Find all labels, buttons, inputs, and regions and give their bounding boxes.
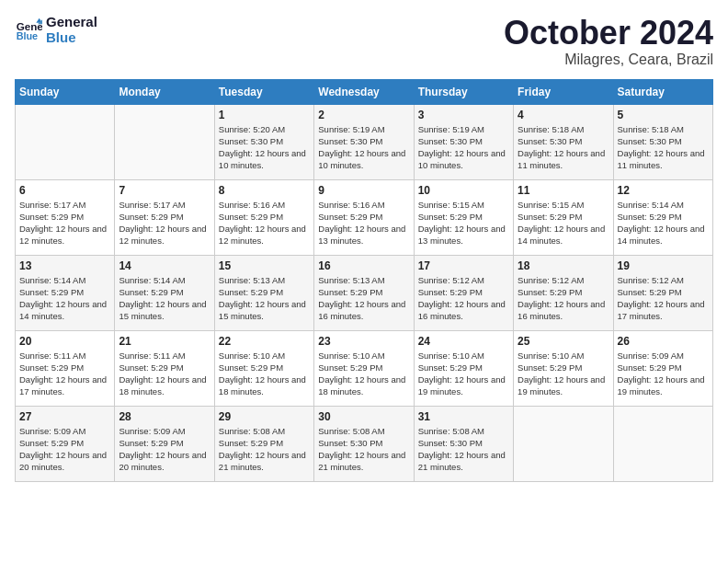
weekday-header: Monday [115, 79, 214, 104]
day-info: Sunrise: 5:17 AMSunset: 5:29 PMDaylight:… [19, 199, 110, 247]
calendar-cell: 2Sunrise: 5:19 AMSunset: 5:30 PMDaylight… [314, 104, 414, 179]
calendar-table: SundayMondayTuesdayWednesdayThursdayFrid… [15, 79, 713, 482]
calendar-cell: 15Sunrise: 5:13 AMSunset: 5:29 PMDayligh… [214, 255, 313, 330]
calendar-week-row: 13Sunrise: 5:14 AMSunset: 5:29 PMDayligh… [16, 255, 713, 330]
calendar-cell: 30Sunrise: 5:08 AMSunset: 5:30 PMDayligh… [314, 406, 414, 481]
calendar-cell: 16Sunrise: 5:13 AMSunset: 5:29 PMDayligh… [314, 255, 414, 330]
logo-text-line2: Blue [46, 30, 97, 46]
calendar-cell: 10Sunrise: 5:15 AMSunset: 5:29 PMDayligh… [414, 179, 513, 255]
calendar-cell: 18Sunrise: 5:12 AMSunset: 5:29 PMDayligh… [514, 255, 613, 330]
day-number: 11 [518, 184, 609, 197]
day-info: Sunrise: 5:18 AMSunset: 5:30 PMDaylight:… [518, 123, 609, 172]
day-number: 30 [318, 410, 409, 423]
calendar-cell [613, 406, 712, 481]
day-info: Sunrise: 5:08 AMSunset: 5:29 PMDaylight:… [219, 425, 310, 474]
day-info: Sunrise: 5:09 AMSunset: 5:29 PMDaylight:… [19, 425, 110, 474]
calendar-cell: 12Sunrise: 5:14 AMSunset: 5:29 PMDayligh… [613, 179, 712, 255]
calendar-cell: 8Sunrise: 5:16 AMSunset: 5:29 PMDaylight… [214, 179, 313, 255]
day-number: 17 [418, 259, 509, 272]
day-number: 12 [618, 184, 709, 197]
day-number: 10 [418, 184, 509, 197]
calendar-cell: 19Sunrise: 5:12 AMSunset: 5:29 PMDayligh… [613, 255, 712, 330]
calendar-cell [16, 104, 115, 179]
day-number: 19 [618, 259, 709, 272]
day-number: 4 [518, 109, 609, 121]
calendar-cell [514, 406, 613, 481]
calendar-cell: 14Sunrise: 5:14 AMSunset: 5:29 PMDayligh… [115, 255, 214, 330]
calendar-cell: 27Sunrise: 5:09 AMSunset: 5:29 PMDayligh… [16, 406, 115, 481]
day-number: 16 [318, 259, 409, 272]
logo-text-line1: General [46, 15, 97, 30]
day-number: 9 [318, 184, 409, 197]
logo: General Blue General Blue [15, 15, 97, 45]
calendar-cell: 21Sunrise: 5:11 AMSunset: 5:29 PMDayligh… [115, 330, 214, 406]
day-info: Sunrise: 5:08 AMSunset: 5:30 PMDaylight:… [418, 425, 509, 474]
day-number: 2 [318, 109, 409, 121]
day-info: Sunrise: 5:18 AMSunset: 5:30 PMDaylight:… [618, 123, 709, 172]
calendar-cell: 24Sunrise: 5:10 AMSunset: 5:29 PMDayligh… [414, 330, 513, 406]
calendar-cell: 31Sunrise: 5:08 AMSunset: 5:30 PMDayligh… [414, 406, 513, 481]
day-info: Sunrise: 5:16 AMSunset: 5:29 PMDaylight:… [318, 199, 409, 247]
month-title: October 2024 [504, 15, 713, 52]
calendar-cell: 9Sunrise: 5:16 AMSunset: 5:29 PMDaylight… [314, 179, 414, 255]
calendar-cell [115, 104, 214, 179]
calendar-cell: 1Sunrise: 5:20 AMSunset: 5:30 PMDaylight… [214, 104, 313, 179]
day-info: Sunrise: 5:14 AMSunset: 5:29 PMDaylight:… [19, 274, 110, 323]
weekday-header: Friday [514, 79, 613, 104]
day-number: 8 [219, 184, 310, 197]
day-number: 18 [518, 259, 609, 272]
day-number: 20 [19, 335, 110, 348]
day-number: 28 [119, 410, 210, 423]
calendar-cell: 28Sunrise: 5:09 AMSunset: 5:29 PMDayligh… [115, 406, 214, 481]
calendar-cell: 17Sunrise: 5:12 AMSunset: 5:29 PMDayligh… [414, 255, 513, 330]
logo-icon: General Blue [15, 17, 42, 44]
day-info: Sunrise: 5:15 AMSunset: 5:29 PMDaylight:… [418, 199, 509, 247]
location: Milagres, Ceara, Brazil [504, 52, 713, 68]
calendar-week-row: 1Sunrise: 5:20 AMSunset: 5:30 PMDaylight… [16, 104, 713, 179]
day-number: 27 [19, 410, 110, 423]
calendar-cell: 5Sunrise: 5:18 AMSunset: 5:30 PMDaylight… [613, 104, 712, 179]
day-number: 5 [618, 109, 709, 121]
weekday-header: Thursday [414, 79, 513, 104]
day-info: Sunrise: 5:10 AMSunset: 5:29 PMDaylight:… [418, 350, 509, 398]
day-info: Sunrise: 5:14 AMSunset: 5:29 PMDaylight:… [618, 199, 709, 247]
day-info: Sunrise: 5:09 AMSunset: 5:29 PMDaylight:… [618, 350, 709, 398]
day-info: Sunrise: 5:19 AMSunset: 5:30 PMDaylight:… [318, 123, 409, 172]
day-info: Sunrise: 5:11 AMSunset: 5:29 PMDaylight:… [119, 350, 210, 398]
calendar-week-row: 27Sunrise: 5:09 AMSunset: 5:29 PMDayligh… [16, 406, 713, 481]
calendar-body: 1Sunrise: 5:20 AMSunset: 5:30 PMDaylight… [16, 104, 713, 481]
day-info: Sunrise: 5:15 AMSunset: 5:29 PMDaylight:… [518, 199, 609, 247]
day-number: 3 [418, 109, 509, 121]
day-info: Sunrise: 5:10 AMSunset: 5:29 PMDaylight:… [219, 350, 310, 398]
day-number: 23 [318, 335, 409, 348]
day-number: 26 [618, 335, 709, 348]
day-number: 25 [518, 335, 609, 348]
day-info: Sunrise: 5:14 AMSunset: 5:29 PMDaylight:… [119, 274, 210, 323]
calendar-cell: 6Sunrise: 5:17 AMSunset: 5:29 PMDaylight… [16, 179, 115, 255]
calendar-cell: 26Sunrise: 5:09 AMSunset: 5:29 PMDayligh… [613, 330, 712, 406]
day-number: 22 [219, 335, 310, 348]
day-info: Sunrise: 5:10 AMSunset: 5:29 PMDaylight:… [318, 350, 409, 398]
day-number: 14 [119, 259, 210, 272]
calendar-cell: 29Sunrise: 5:08 AMSunset: 5:29 PMDayligh… [214, 406, 313, 481]
day-info: Sunrise: 5:11 AMSunset: 5:29 PMDaylight:… [19, 350, 110, 398]
weekday-header: Tuesday [214, 79, 313, 104]
weekday-header: Saturday [613, 79, 712, 104]
calendar-week-row: 6Sunrise: 5:17 AMSunset: 5:29 PMDaylight… [16, 179, 713, 255]
calendar-week-row: 20Sunrise: 5:11 AMSunset: 5:29 PMDayligh… [16, 330, 713, 406]
title-block: October 2024 Milagres, Ceara, Brazil [504, 15, 713, 68]
calendar-cell: 23Sunrise: 5:10 AMSunset: 5:29 PMDayligh… [314, 330, 414, 406]
day-number: 13 [19, 259, 110, 272]
day-info: Sunrise: 5:12 AMSunset: 5:29 PMDaylight:… [518, 274, 609, 323]
calendar-cell: 22Sunrise: 5:10 AMSunset: 5:29 PMDayligh… [214, 330, 313, 406]
day-info: Sunrise: 5:17 AMSunset: 5:29 PMDaylight:… [119, 199, 210, 247]
day-number: 1 [219, 109, 310, 121]
calendar-cell: 7Sunrise: 5:17 AMSunset: 5:29 PMDaylight… [115, 179, 214, 255]
day-number: 7 [119, 184, 210, 197]
day-info: Sunrise: 5:19 AMSunset: 5:30 PMDaylight:… [418, 123, 509, 172]
day-info: Sunrise: 5:12 AMSunset: 5:29 PMDaylight:… [618, 274, 709, 323]
day-info: Sunrise: 5:16 AMSunset: 5:29 PMDaylight:… [219, 199, 310, 247]
day-number: 31 [418, 410, 509, 423]
calendar-cell: 13Sunrise: 5:14 AMSunset: 5:29 PMDayligh… [16, 255, 115, 330]
calendar-cell: 3Sunrise: 5:19 AMSunset: 5:30 PMDaylight… [414, 104, 513, 179]
